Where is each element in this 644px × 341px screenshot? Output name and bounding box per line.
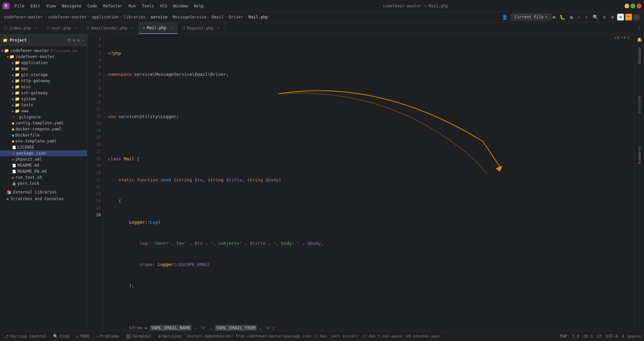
warnings-expand-icon[interactable]: ∧ xyxy=(627,36,629,40)
tree-run-test[interactable]: ▶ run_test.sh xyxy=(0,174,87,180)
settings-button[interactable]: ⚙ xyxy=(602,14,607,20)
breadcrumb-1[interactable]: codefever-master xyxy=(48,15,87,19)
tree-application[interactable]: ▶ 📁 application xyxy=(0,60,87,66)
vcs-button[interactable]: ⬆ xyxy=(584,14,589,20)
menu-navigate[interactable]: Navigate xyxy=(59,3,84,9)
search-button[interactable]: 🔍 xyxy=(591,14,600,20)
tree-www[interactable]: ▶ 📁 www xyxy=(0,108,87,114)
tree-ssh-gateway[interactable]: ▶ 📁 ssh-gateway xyxy=(0,90,87,96)
tree-misc[interactable]: ▶ 📁 misc xyxy=(0,84,87,90)
tree-docker-compose[interactable]: ■ docker-compose.yaml xyxy=(0,126,87,132)
find-item[interactable]: 🔍 Find xyxy=(52,333,70,339)
code-line-11: scope: Logger::$SCOPE_EMAIL xyxy=(108,261,635,268)
breadcrumb-7[interactable]: Driver xyxy=(229,15,243,19)
tree-yarn-lock[interactable]: 🔒 yarn.lock xyxy=(0,180,87,186)
code-container[interactable]: 1 2 3 4 5 6 7 8 9 10 11 12 13 14 15 16 1… xyxy=(87,34,635,331)
tab-close-mail[interactable]: × xyxy=(169,25,173,30)
breadcrumb-2[interactable]: application xyxy=(92,15,118,19)
scratches-consoles-section[interactable]: ▶ Scratches and Consoles xyxy=(0,196,87,202)
menu-tools[interactable]: Tools xyxy=(139,3,157,9)
external-libraries-section[interactable]: 📚 External Libraries xyxy=(0,189,87,195)
tree-license[interactable]: 📄 LICENSE xyxy=(0,144,87,150)
firefox-icon[interactable]: 🦊 xyxy=(625,14,632,20)
chrome-icon[interactable]: ● xyxy=(617,14,624,20)
app-icon: P xyxy=(3,3,9,9)
file-icon-run-test: ▶ xyxy=(12,176,14,179)
line-ending[interactable]: LF xyxy=(597,334,602,339)
structure-icon[interactable]: Structure xyxy=(637,95,642,115)
terminal-item[interactable]: ⬛ Terminal xyxy=(124,333,153,339)
run-button[interactable]: ▶ xyxy=(553,14,556,20)
project-sync-icon[interactable]: ⟳ xyxy=(67,38,71,43)
tree-env-template[interactable]: ■ env.template.yaml xyxy=(0,138,87,144)
breadcrumb-file[interactable]: Mail.php xyxy=(249,15,268,19)
breadcrumb-service[interactable]: service xyxy=(151,15,168,19)
todo-item[interactable]: ☑ TODO xyxy=(74,333,91,339)
breadcrumb-root[interactable]: codefever-master xyxy=(4,15,43,19)
breadcrumb-6[interactable]: Email xyxy=(212,15,224,19)
menu-refactor[interactable]: Refactor xyxy=(100,3,125,9)
code-editor[interactable]: <?php namespace service\MessageService\E… xyxy=(104,34,635,331)
tree-package-json[interactable]: ⬡ package.json xyxy=(0,150,87,156)
tree-dockerfile[interactable]: ■ Dockerfile xyxy=(0,132,87,138)
tree-http-gateway[interactable]: ▶ 📁 http-gateway xyxy=(0,78,87,84)
arrow-icon: ▶ xyxy=(12,67,14,71)
close-button[interactable]: × xyxy=(637,4,641,8)
tab-mail-php[interactable]: ✉ Mail.php × xyxy=(139,22,177,34)
tab-close-emailsender[interactable]: × xyxy=(130,26,135,30)
account-icon[interactable]: 👤 xyxy=(500,14,509,20)
menu-window[interactable]: Window xyxy=(171,3,191,9)
menu-edit[interactable]: Edit xyxy=(28,3,43,9)
menu-run[interactable]: Run xyxy=(126,3,139,9)
ext-icon[interactable]: ⬡ xyxy=(633,14,640,20)
notifications-icon[interactable]: 🔔 xyxy=(636,36,643,43)
tree-readme[interactable]: 📄 README.md xyxy=(0,162,87,168)
tests-folder-name: tests xyxy=(21,103,33,107)
database-icon[interactable]: Database xyxy=(637,46,642,64)
tab-emailsender-php[interactable]: ⬡ EmailSender.php × xyxy=(82,22,139,34)
bookmarks-icon[interactable]: Bookmarks xyxy=(637,145,642,165)
project-hide-icon[interactable]: − xyxy=(82,38,84,43)
problems-item[interactable]: ⚠ Problems xyxy=(95,333,120,339)
tab-index-php[interactable]: ⬡ index.php × xyxy=(0,22,42,34)
tab-user-php[interactable]: ⬡ user.php × xyxy=(42,22,82,34)
menu-view[interactable]: View xyxy=(44,3,59,9)
tab-close-index[interactable]: × xyxy=(34,26,38,30)
tab-close-request[interactable]: × xyxy=(216,26,220,30)
breadcrumb-bar: codefever-master › codefever-master › ap… xyxy=(0,12,644,22)
tab-close-user[interactable]: × xyxy=(74,26,78,30)
cursor-position[interactable]: 26:1 xyxy=(583,334,593,339)
maximize-button[interactable]: □ xyxy=(631,4,635,8)
current-file-button[interactable]: Current File ▾ xyxy=(511,14,551,20)
php-version[interactable]: PHP: 7.0 xyxy=(560,334,579,339)
tab-request-php[interactable]: ⬡ Request.php × xyxy=(178,22,225,34)
coverage-button[interactable]: ▣ xyxy=(569,14,574,20)
tree-codefever-master[interactable]: ▼ 📁 codefever-master xyxy=(0,54,87,60)
project-collapse-icon[interactable]: ⊟ xyxy=(73,38,75,43)
services-item[interactable]: ⚙ Services xyxy=(157,333,183,339)
tree-system[interactable]: ▶ 📁 system xyxy=(0,96,87,102)
tree-config-template[interactable]: ■ config.template.yaml xyxy=(0,120,87,126)
encoding[interactable]: UTF-8 xyxy=(606,334,618,339)
tree-tests[interactable]: ▶ 📁 tests xyxy=(0,102,87,108)
tree-git-storage[interactable]: ▶ 📁 git-storage xyxy=(0,72,87,78)
menu-vcs[interactable]: VCS xyxy=(157,3,170,9)
menu-file[interactable]: File xyxy=(12,3,27,9)
tree-gitignore[interactable]: ⬡ .gitignore xyxy=(0,114,87,120)
project-gear-icon[interactable]: ⚙ xyxy=(77,38,80,43)
menu-code[interactable]: Code xyxy=(85,3,100,9)
minimize-button[interactable]: − xyxy=(625,4,629,8)
tree-readme-en[interactable]: 📄 README_EN.md xyxy=(0,168,87,174)
profile-button[interactable]: ⚡ xyxy=(576,14,582,20)
tree-root[interactable]: ▼ 📁 codefever-master D:\youyou_pm xyxy=(0,48,87,54)
debug-button[interactable]: 🐛 xyxy=(558,14,567,20)
tabs-more-button[interactable]: ⋮ xyxy=(635,22,644,34)
copilot-icon[interactable]: ◉ xyxy=(609,14,616,20)
menu-help[interactable]: Help xyxy=(191,3,206,9)
tree-phpunit[interactable]: ◈ phpunit.xml xyxy=(0,156,87,162)
tree-doc[interactable]: ▶ 📁 doc xyxy=(0,66,87,72)
version-control-item[interactable]: ⎇ Version Control xyxy=(3,333,48,339)
breadcrumb-5[interactable]: MessageService xyxy=(172,15,206,19)
indentation[interactable]: 4 spaces xyxy=(622,334,641,339)
breadcrumb-3[interactable]: libraries xyxy=(123,15,145,19)
